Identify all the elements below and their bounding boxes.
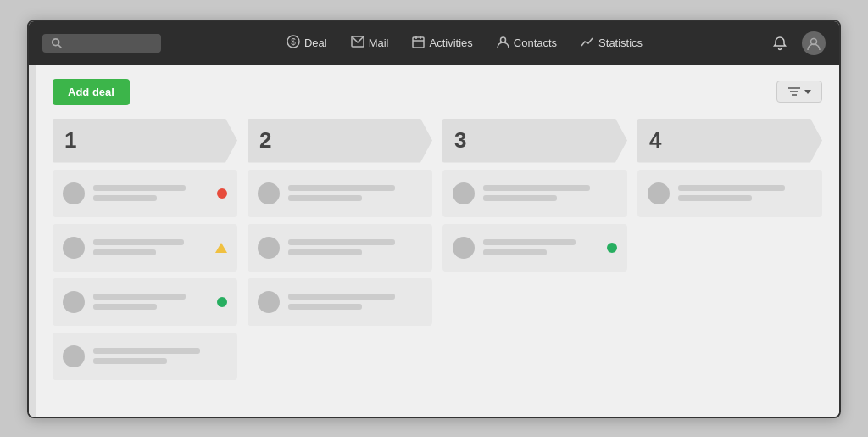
- nav-label-statistics: Statistics: [598, 36, 643, 49]
- kanban-column-4: 4: [637, 119, 822, 380]
- search-icon: [51, 37, 63, 49]
- avatar[interactable]: [802, 31, 826, 55]
- nav-label-activities: Activities: [429, 36, 472, 49]
- deal-card[interactable]: [248, 224, 432, 272]
- add-deal-button[interactable]: Add deal: [53, 79, 130, 105]
- card-line: [288, 294, 395, 300]
- card-line: [93, 249, 156, 255]
- card-line: [288, 249, 362, 255]
- column-header-4: 4: [637, 119, 822, 163]
- nav-label-contacts: Contacts: [514, 36, 557, 49]
- card-content: [93, 239, 207, 255]
- svg-point-0: [53, 38, 59, 45]
- card-line: [93, 348, 200, 354]
- app-window: $ Deal Mail: [27, 20, 841, 418]
- card-content: [678, 185, 812, 201]
- card-content: [288, 239, 422, 255]
- card-line: [288, 239, 395, 245]
- avatar: [453, 237, 475, 259]
- card-line: [93, 294, 186, 300]
- card-line: [93, 304, 157, 310]
- card-line: [483, 249, 547, 255]
- avatar: [648, 182, 670, 204]
- kanban-column-3: 3: [442, 119, 627, 380]
- toolbar-row: Add deal: [46, 79, 822, 105]
- avatar: [258, 182, 280, 204]
- nav-item-statistics[interactable]: Statistics: [570, 31, 653, 55]
- card-line: [678, 185, 785, 191]
- nav-item-deal[interactable]: $ Deal: [276, 30, 337, 56]
- calendar-icon: [412, 36, 425, 51]
- status-badge: [217, 188, 227, 199]
- status-badge: [607, 243, 617, 253]
- nav-label-deal: Deal: [304, 36, 327, 49]
- card-content: [288, 185, 422, 201]
- column-header-3: 3: [442, 119, 627, 163]
- card-line: [678, 195, 752, 201]
- card-line: [288, 185, 395, 191]
- card-content: [483, 185, 617, 201]
- card-line: [483, 195, 557, 201]
- kanban-board: 1: [46, 119, 822, 380]
- navbar: $ Deal Mail: [29, 21, 839, 65]
- deal-card[interactable]: [53, 278, 237, 326]
- deal-card[interactable]: [248, 170, 432, 217]
- avatar: [63, 291, 85, 313]
- svg-line-1: [58, 44, 62, 48]
- dollar-icon: $: [287, 35, 300, 51]
- svg-marker-14: [804, 90, 811, 94]
- svg-point-9: [500, 37, 505, 42]
- chart-icon: [581, 36, 594, 50]
- deal-card[interactable]: [442, 224, 627, 272]
- avatar: [453, 182, 475, 204]
- filter-icon: [787, 87, 801, 97]
- avatar: [63, 237, 85, 259]
- card-line: [93, 185, 186, 191]
- status-badge: [217, 297, 227, 307]
- card-line: [93, 195, 157, 201]
- nav-items: $ Deal Mail: [168, 30, 761, 56]
- card-line: [93, 358, 167, 364]
- nav-item-mail[interactable]: Mail: [341, 31, 399, 55]
- card-line: [288, 304, 362, 310]
- kanban-column-1: 1: [53, 119, 237, 380]
- bell-icon[interactable]: [768, 31, 792, 55]
- status-badge: [215, 243, 227, 253]
- deal-card[interactable]: [53, 170, 237, 217]
- deal-card[interactable]: [442, 170, 627, 217]
- kanban-column-2: 2: [248, 119, 432, 380]
- svg-rect-5: [413, 37, 424, 48]
- mail-icon: [351, 36, 364, 50]
- nav-right: [768, 31, 826, 55]
- avatar: [63, 345, 85, 367]
- card-content: [93, 185, 209, 201]
- main-content: Add deal 1: [29, 65, 839, 417]
- avatar: [258, 237, 280, 259]
- deal-card[interactable]: [53, 224, 237, 272]
- card-content: [93, 348, 227, 364]
- person-icon: [497, 36, 509, 51]
- avatar: [258, 291, 280, 313]
- filter-button[interactable]: [776, 81, 822, 103]
- card-line: [93, 239, 184, 245]
- nav-label-mail: Mail: [369, 36, 389, 49]
- search-input[interactable]: [68, 37, 153, 49]
- card-line: [288, 195, 362, 201]
- deal-card[interactable]: [248, 278, 432, 326]
- card-content: [483, 239, 598, 255]
- card-line: [483, 185, 590, 191]
- card-content: [93, 294, 209, 310]
- card-line: [483, 239, 576, 245]
- search-box[interactable]: [42, 34, 161, 53]
- avatar: [63, 182, 85, 204]
- deal-card[interactable]: [53, 333, 237, 380]
- deal-card[interactable]: [637, 170, 822, 217]
- card-content: [288, 294, 422, 310]
- chevron-down-icon: [804, 88, 811, 95]
- svg-text:$: $: [291, 37, 296, 47]
- nav-item-activities[interactable]: Activities: [402, 31, 482, 56]
- nav-item-contacts[interactable]: Contacts: [487, 31, 567, 56]
- column-header-1: 1: [53, 119, 237, 163]
- column-header-2: 2: [248, 119, 432, 163]
